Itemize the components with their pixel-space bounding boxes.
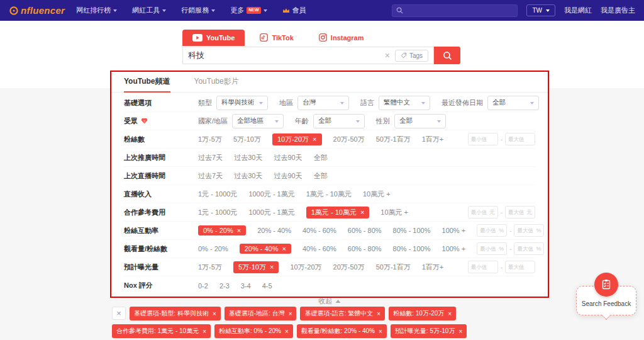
- filter-option[interactable]: 0-2: [198, 282, 208, 290]
- feedback-icon[interactable]: [594, 273, 618, 297]
- filter-option[interactable]: 40% - 60%: [303, 245, 336, 252]
- filter-option[interactable]: 5万-10万: [233, 135, 261, 144]
- selected-filter-tag[interactable]: 粉絲互動率: 0% - 20%×: [214, 324, 293, 338]
- selected-filter-tag[interactable]: 合作參考費用: 1萬元 - 10萬元×: [112, 324, 211, 338]
- filter-option[interactable]: 全部: [314, 171, 328, 181]
- filter-option[interactable]: 60% - 80%: [348, 227, 382, 234]
- nav-link-advertiser[interactable]: 我是廣告主: [601, 6, 635, 15]
- min-value-input[interactable]: [471, 264, 495, 270]
- selected-filter-tag[interactable]: 粉絲數: 10万-20万×: [389, 307, 456, 320]
- filter-option[interactable]: 过去90天: [274, 153, 302, 162]
- filter-option[interactable]: 1000元 - 1萬元: [248, 208, 294, 217]
- filter-option[interactable]: 20% - 40%: [257, 227, 291, 234]
- filter-option[interactable]: 80% - 100%: [393, 245, 431, 252]
- nav-item-會員[interactable]: 會員: [282, 6, 306, 15]
- selected-filter-tag[interactable]: 觀看量/粉絲數: 20% - 40%×: [297, 324, 387, 338]
- filter-option-selected[interactable]: 10万-20万×: [272, 133, 322, 145]
- filter-option[interactable]: 20万-50万: [333, 135, 365, 144]
- region-select[interactable]: TW: [526, 4, 555, 16]
- collapse-button[interactable]: 收起: [319, 297, 341, 306]
- filter-option[interactable]: 过去7天: [198, 153, 223, 162]
- filter-option[interactable]: 60% - 80%: [348, 245, 382, 252]
- search-button[interactable]: [434, 47, 460, 64]
- nav-item-行銷服務[interactable]: 行銷服務: [181, 6, 215, 15]
- filter-option-selected[interactable]: 0% - 20%×: [198, 225, 246, 235]
- remove-tag-icon[interactable]: ×: [448, 310, 452, 317]
- filter-option[interactable]: 100% +: [442, 227, 466, 234]
- filter-option[interactable]: 10萬元 +: [363, 190, 391, 199]
- select-地區[interactable]: 台灣: [297, 96, 349, 110]
- select-最近發佈日期[interactable]: 全部: [487, 96, 539, 110]
- platform-tab-instagram[interactable]: Instagram: [309, 29, 374, 46]
- filter-option[interactable]: 10万-20万: [290, 263, 321, 272]
- remove-filter-icon[interactable]: ×: [270, 264, 274, 271]
- remove-tag-icon[interactable]: ×: [377, 310, 380, 317]
- filter-option[interactable]: 50万-1百万: [376, 135, 411, 144]
- filter-option[interactable]: 过去30天: [234, 171, 262, 181]
- remove-tag-icon[interactable]: ×: [379, 328, 382, 335]
- min-value-input[interactable]: [480, 246, 499, 252]
- platform-tab-youtube[interactable]: YouTube: [182, 30, 245, 46]
- remove-filter-icon[interactable]: ×: [282, 246, 286, 252]
- select-類型[interactable]: 科學與技術: [216, 96, 268, 110]
- remove-tag-icon[interactable]: ×: [458, 328, 462, 335]
- max-value-input[interactable]: [508, 209, 526, 215]
- panel-tab-YouTube影片[interactable]: YouTube影片: [194, 72, 239, 93]
- search-input[interactable]: [188, 51, 380, 60]
- remove-filter-icon[interactable]: ×: [237, 227, 241, 234]
- filter-option[interactable]: 过去90天: [274, 171, 302, 181]
- filter-option[interactable]: 4-5: [262, 282, 272, 290]
- filter-option[interactable]: 1元 - 1000元: [198, 208, 237, 217]
- min-value-input[interactable]: [480, 227, 499, 234]
- filter-option[interactable]: 1万-5万: [198, 263, 222, 272]
- selected-filter-tag[interactable]: 基礎選項-類型: 科學與技術×: [130, 307, 221, 320]
- nav-search[interactable]: [392, 4, 518, 17]
- select-年齡[interactable]: 全部: [313, 114, 365, 128]
- selected-filter-tag[interactable]: 基礎選項-語言: 繁體中文×: [300, 307, 385, 320]
- selected-filter-tag[interactable]: 基礎選項-地區: 台灣×: [225, 307, 297, 320]
- max-value-input[interactable]: [508, 136, 532, 142]
- select-語言[interactable]: 繁體中文: [379, 96, 430, 110]
- remove-tag-icon[interactable]: ×: [203, 328, 206, 335]
- nav-item-網紅工具[interactable]: 網紅工具: [132, 6, 166, 15]
- platform-tab-tiktok[interactable]: TikTok: [250, 29, 303, 46]
- filter-option[interactable]: 过去30天: [234, 153, 262, 162]
- clear-all-filters-button[interactable]: ×: [112, 307, 126, 320]
- max-value-input[interactable]: [508, 264, 532, 270]
- site-logo[interactable]: nfluencer: [9, 5, 65, 16]
- min-value-input[interactable]: [471, 209, 489, 215]
- panel-tab-YouTube頻道[interactable]: YouTube頻道: [124, 72, 170, 93]
- selected-filter-tag[interactable]: 預計曝光量: 5万-10万×: [391, 324, 467, 338]
- filter-option[interactable]: 1百万+: [422, 135, 444, 144]
- filter-option[interactable]: 100% +: [442, 245, 466, 252]
- filter-option-selected[interactable]: 5万-10万×: [233, 261, 279, 273]
- filter-option[interactable]: 1萬元 - 10萬元: [306, 190, 352, 199]
- remove-tag-icon[interactable]: ×: [285, 328, 289, 335]
- nav-item-更多[interactable]: 更多NEW: [230, 6, 267, 15]
- filter-option[interactable]: 80% - 100%: [393, 227, 431, 234]
- filter-option[interactable]: 2-3: [219, 282, 230, 290]
- filter-option-selected[interactable]: 1萬元 - 10萬元×: [306, 207, 370, 218]
- filter-option[interactable]: 1百万+: [422, 263, 444, 272]
- max-value-input[interactable]: [517, 246, 536, 252]
- filter-option[interactable]: 1万-5万: [198, 135, 222, 144]
- filter-option[interactable]: 1元 - 1000元: [198, 190, 237, 199]
- max-value-input[interactable]: [517, 227, 536, 234]
- remove-filter-icon[interactable]: ×: [360, 209, 364, 216]
- filter-option-selected[interactable]: 20% - 40%×: [240, 244, 291, 254]
- filter-option[interactable]: 10萬元 +: [380, 208, 408, 217]
- remove-filter-icon[interactable]: ×: [313, 136, 316, 143]
- nav-search-input[interactable]: [406, 7, 513, 14]
- remove-tag-icon[interactable]: ×: [289, 310, 292, 317]
- select-國家/地區[interactable]: 全部地區: [232, 114, 284, 128]
- nav-item-网红排行榜[interactable]: 网红排行榜: [76, 6, 117, 15]
- filter-option[interactable]: 0% - 20%: [198, 245, 228, 252]
- select-性別[interactable]: 全部: [394, 114, 446, 128]
- clear-search-icon[interactable]: ×: [385, 51, 390, 60]
- tags-button[interactable]: Tags: [395, 50, 428, 62]
- filter-option[interactable]: 3-4: [241, 282, 251, 290]
- filter-option[interactable]: 40% - 60%: [303, 227, 336, 234]
- filter-option[interactable]: 20万-50万: [333, 263, 365, 272]
- search-feedback-widget[interactable]: Search Feedback: [576, 273, 636, 315]
- filter-option[interactable]: 过去7天: [198, 171, 223, 181]
